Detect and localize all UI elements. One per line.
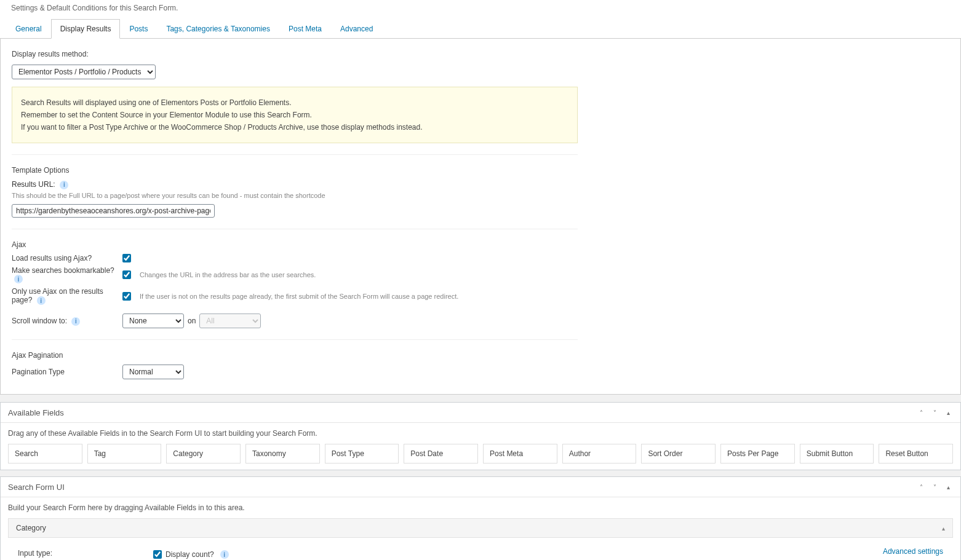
field-post-meta[interactable]: Post Meta xyxy=(483,444,557,463)
info-icon[interactable]: i xyxy=(220,550,229,559)
notice-line-1: Search Results will displayed using one … xyxy=(21,98,568,107)
field-submit-button[interactable]: Submit Button xyxy=(800,444,874,463)
tab-taxonomies[interactable]: Tags, Categories & Taxonomies xyxy=(157,19,279,39)
panel-toggle-icon[interactable]: ▴ xyxy=(943,482,953,492)
tab-general[interactable]: General xyxy=(6,19,51,39)
scroll-all-select[interactable]: All xyxy=(199,314,261,328)
ajax-only-results-desc: If the user is not on the results page a… xyxy=(140,293,458,300)
available-fields-title: Available Fields xyxy=(8,408,64,417)
accordion-toggle-icon[interactable]: ▴ xyxy=(942,525,945,532)
results-url-help: This should be the Full URL to a page/po… xyxy=(12,192,949,199)
advanced-settings-link[interactable]: Advanced settings xyxy=(883,547,943,556)
field-post-type[interactable]: Post Type xyxy=(325,444,399,463)
available-fields-panel: Available Fields ˄ ˅ ▴ Drag any of these… xyxy=(0,402,961,470)
ajax-only-results-label: Only use Ajax on the results page? xyxy=(12,287,103,304)
ajax-bookmarkable-checkbox[interactable] xyxy=(122,270,131,279)
ajax-bookmarkable-label: Make searches bookmarkable? xyxy=(12,266,114,275)
search-form-ui-desc: Build your Search Form here by dragging … xyxy=(8,503,953,512)
info-icon[interactable]: i xyxy=(37,296,46,305)
display-count-label: Display count? xyxy=(165,550,214,559)
display-results-tab-content: Display results method: Elementor Posts … xyxy=(0,39,961,395)
field-post-date[interactable]: Post Date xyxy=(404,444,478,463)
ajax-load-checkbox[interactable] xyxy=(122,254,131,262)
info-icon[interactable]: i xyxy=(14,275,23,283)
scroll-window-label: Scroll window to: xyxy=(12,317,67,325)
field-search[interactable]: Search xyxy=(8,444,82,463)
pagination-type-select[interactable]: Normal xyxy=(122,365,184,379)
pagination-type-label: Pagination Type xyxy=(12,368,122,376)
display-method-label: Display results method: xyxy=(12,50,949,58)
ajax-pagination-heading: Ajax Pagination xyxy=(12,351,949,360)
field-category[interactable]: Category xyxy=(166,444,241,463)
tab-display-results[interactable]: Display Results xyxy=(51,19,121,39)
search-form-ui-panel: Search Form UI ˄ ˅ ▴ Build your Search F… xyxy=(0,476,961,560)
category-bar-title: Category xyxy=(16,524,46,532)
scroll-window-select[interactable]: None xyxy=(122,314,184,328)
scroll-on-text: on xyxy=(188,317,196,325)
info-icon[interactable]: i xyxy=(60,181,68,189)
field-author[interactable]: Author xyxy=(562,444,637,463)
tab-posts[interactable]: Posts xyxy=(120,19,157,39)
display-method-select[interactable]: Elementor Posts / Portfolio / Products xyxy=(12,65,156,79)
notice-line-3: If you want to filter a Post Type Archiv… xyxy=(21,123,568,132)
field-posts-per-page[interactable]: Posts Per Page xyxy=(720,444,795,463)
tab-advanced[interactable]: Advanced xyxy=(331,19,382,39)
display-count-checkbox[interactable] xyxy=(153,550,162,559)
tab-post-meta[interactable]: Post Meta xyxy=(279,19,331,39)
field-sort-order[interactable]: Sort Order xyxy=(641,444,716,463)
display-method-notice: Search Results will displayed using one … xyxy=(12,87,578,143)
panel-collapse-up-icon[interactable]: ˄ xyxy=(916,482,926,492)
ajax-bookmarkable-desc: Changes the URL in the address bar as th… xyxy=(140,271,316,278)
field-tag[interactable]: Tag xyxy=(87,444,162,463)
search-form-ui-title: Search Form UI xyxy=(8,483,65,492)
ajax-only-results-checkbox[interactable] xyxy=(122,292,131,301)
ajax-load-label: Load results using Ajax? xyxy=(12,254,122,262)
category-accordion-bar[interactable]: Category ▴ xyxy=(8,518,953,538)
notice-line-2: Remember to set the Content Source in yo… xyxy=(21,111,568,119)
settings-description: Settings & Default Conditions for this S… xyxy=(0,0,961,18)
field-taxonomy[interactable]: Taxonomy xyxy=(245,444,320,463)
panel-collapse-down-icon[interactable]: ˅ xyxy=(930,482,939,492)
available-fields-desc: Drag any of these Available Fields in to… xyxy=(8,429,953,438)
panel-collapse-up-icon[interactable]: ˄ xyxy=(916,408,926,417)
field-reset-button[interactable]: Reset Button xyxy=(879,444,953,463)
panel-toggle-icon[interactable]: ▴ xyxy=(943,408,953,417)
results-url-label: Results URL: xyxy=(12,180,55,189)
panel-collapse-down-icon[interactable]: ˅ xyxy=(930,408,939,417)
template-options-heading: Template Options xyxy=(12,166,949,175)
tabs-nav: General Display Results Posts Tags, Cate… xyxy=(6,19,955,39)
info-icon[interactable]: i xyxy=(71,317,80,326)
ajax-heading: Ajax xyxy=(12,240,949,249)
results-url-input[interactable] xyxy=(12,204,215,218)
input-type-label: Input type: xyxy=(18,549,135,558)
